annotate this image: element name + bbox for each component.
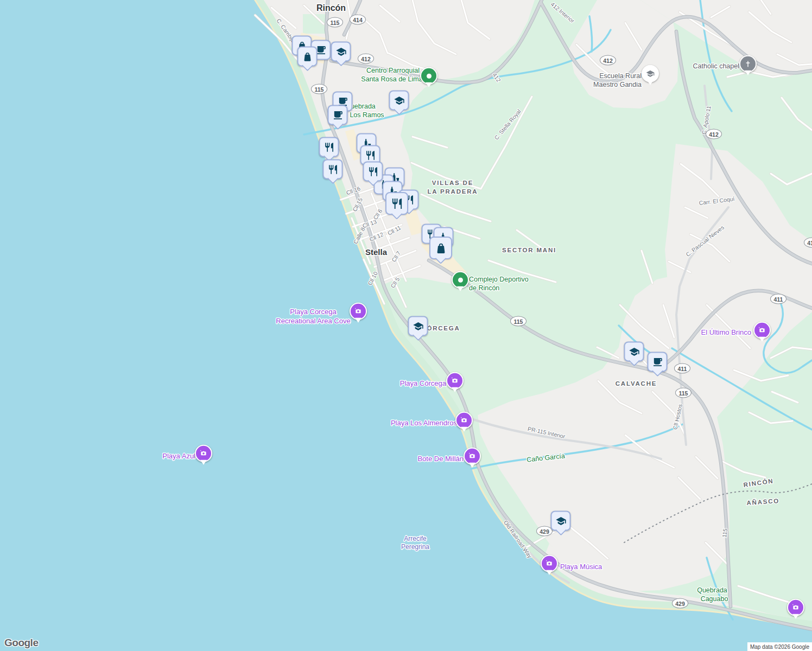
restaurant-marker[interactable] bbox=[319, 137, 339, 157]
label-calvache: CALVACHE bbox=[616, 380, 657, 387]
school-marker[interactable] bbox=[389, 91, 409, 111]
fork-knife-icon bbox=[367, 166, 378, 177]
label-route-115: 115 bbox=[721, 528, 728, 538]
shopping-bag-icon bbox=[435, 242, 447, 254]
photo-spot-marker-playa-musica[interactable] bbox=[541, 555, 558, 572]
fork-knife-icon bbox=[391, 197, 403, 210]
fork-knife-icon bbox=[327, 164, 338, 175]
camera-icon bbox=[791, 603, 800, 612]
graduation-cap-icon bbox=[394, 95, 404, 106]
route-shield-412: 412 bbox=[706, 129, 722, 139]
map-attribution: Map data ©2026 Google bbox=[747, 642, 812, 651]
cafe-marker[interactable] bbox=[328, 105, 348, 125]
label-playa-azul[interactable]: Playa Azul bbox=[162, 452, 195, 460]
coffee-cup-icon bbox=[332, 110, 343, 120]
cafe-marker[interactable] bbox=[648, 352, 668, 372]
route-shield-115: 115 bbox=[675, 388, 692, 398]
photo-spot-marker-playa-corcega-cove[interactable] bbox=[350, 303, 367, 320]
label-villas-de-la-pradera: VILLAS DE bbox=[432, 180, 473, 186]
route-shield-115: 115 bbox=[327, 17, 343, 28]
map-canvas[interactable]: Rincón Stella VILLAS DE LA PRADERA SECTO… bbox=[0, 0, 812, 651]
school-marker-escuela-rural[interactable] bbox=[642, 65, 659, 82]
chapel-marker-catholic-chapel[interactable] bbox=[739, 55, 757, 73]
route-shield-411: 411 bbox=[674, 363, 690, 374]
school-marker[interactable] bbox=[551, 511, 571, 531]
shopping-marker[interactable] bbox=[429, 237, 452, 259]
restaurant-marker[interactable] bbox=[385, 192, 408, 215]
route-shield-429: 429 bbox=[536, 526, 553, 537]
park-marker-complejo-deportivo[interactable] bbox=[452, 271, 469, 289]
shopping-marker[interactable] bbox=[297, 47, 318, 67]
photo-spot-marker[interactable] bbox=[787, 599, 804, 616]
label-town-rincon: Rincón bbox=[316, 3, 346, 12]
photo-spot-marker-playa-corcega[interactable] bbox=[446, 372, 464, 390]
graduation-cap-icon bbox=[413, 321, 423, 331]
label-sector-mani: SECTOR MANI bbox=[502, 247, 556, 253]
label-arrecife-peregrina-2: Peregrina bbox=[401, 543, 429, 551]
label-complejo-deportivo[interactable]: Complejo Deportivo bbox=[469, 276, 529, 283]
photo-spot-marker-playa-los-almendros[interactable] bbox=[455, 412, 473, 429]
graduation-cap-icon bbox=[555, 515, 566, 526]
camera-icon bbox=[199, 449, 208, 458]
label-centro-parroquial-2[interactable]: Santa Rosa de Lima bbox=[361, 75, 422, 83]
label-escuela-rural-2[interactable]: Maestro Gandia bbox=[593, 81, 642, 88]
fork-knife-icon bbox=[323, 142, 334, 152]
school-marker[interactable] bbox=[331, 42, 351, 62]
label-quebrada-caguabo: Quebrada bbox=[697, 586, 727, 594]
label-arrecife-peregrina: Arrecife bbox=[404, 535, 427, 542]
label-bote-de-millan[interactable]: Bote De Millán bbox=[417, 455, 464, 463]
camera-icon bbox=[451, 376, 459, 385]
restaurant-marker[interactable] bbox=[323, 159, 343, 180]
route-shield-115: 115 bbox=[311, 84, 327, 94]
school-marker[interactable] bbox=[624, 342, 644, 362]
school-marker[interactable] bbox=[408, 316, 428, 336]
camera-icon bbox=[468, 452, 477, 461]
label-playa-musica[interactable]: Playa Música bbox=[560, 563, 602, 571]
camera-icon bbox=[354, 307, 363, 316]
label-playa-corcega-cove[interactable]: Playa Corcega bbox=[290, 308, 337, 316]
shopping-bag-icon bbox=[302, 51, 313, 62]
graduation-cap-icon bbox=[629, 346, 639, 357]
label-villas-de-la-pradera-2: LA PRADERA bbox=[428, 188, 478, 195]
label-playa-corcega[interactable]: Playa Córcega bbox=[400, 379, 447, 387]
camera-icon bbox=[758, 326, 766, 335]
camera-icon bbox=[460, 416, 468, 425]
graduation-cap-icon bbox=[646, 69, 655, 78]
photo-spot-marker-playa-azul[interactable] bbox=[195, 445, 212, 462]
route-shield-412: 412 bbox=[358, 54, 374, 64]
restaurant-marker[interactable] bbox=[363, 162, 383, 182]
camera-icon bbox=[545, 559, 554, 568]
photo-spot-marker-el-ultimo-brinco[interactable] bbox=[753, 322, 771, 339]
label-catholic-chapel[interactable]: Catholic chapel bbox=[693, 62, 739, 70]
label-playa-corcega-cove-2[interactable]: Recreational Area Cove bbox=[276, 317, 350, 325]
route-shield-412: 412 bbox=[600, 55, 616, 66]
park-marker-centro-parroquial[interactable] bbox=[420, 67, 437, 85]
label-centro-parroquial[interactable]: Centro Parroquial bbox=[366, 67, 420, 74]
label-escuela-rural[interactable]: Escuela Rural bbox=[599, 72, 642, 80]
label-quebrada-caguabo-2: Caguabo bbox=[701, 595, 728, 603]
label-complejo-deportivo-2[interactable]: de Rincón bbox=[469, 284, 499, 292]
label-playa-los-almendros[interactable]: Playa Los Almendros bbox=[391, 419, 458, 427]
label-el-ultimo-brinco[interactable]: El Último Brinco bbox=[701, 328, 751, 336]
coffee-cup-icon bbox=[652, 356, 663, 367]
route-shield-115: 115 bbox=[510, 316, 526, 327]
route-shield-429: 429 bbox=[672, 598, 688, 609]
label-town-stella: Stella bbox=[365, 247, 388, 257]
fork-knife-icon bbox=[365, 150, 376, 161]
route-shield-414: 414 bbox=[350, 15, 366, 25]
label-quebrada-los-ramos-2: Los Ramos bbox=[350, 111, 384, 119]
photo-spot-marker-bote-de-millan[interactable] bbox=[464, 448, 481, 465]
graduation-cap-icon bbox=[335, 46, 346, 57]
google-logo[interactable]: Google bbox=[4, 637, 38, 649]
route-shield-411: 411 bbox=[770, 294, 786, 304]
cross-icon bbox=[744, 60, 752, 68]
